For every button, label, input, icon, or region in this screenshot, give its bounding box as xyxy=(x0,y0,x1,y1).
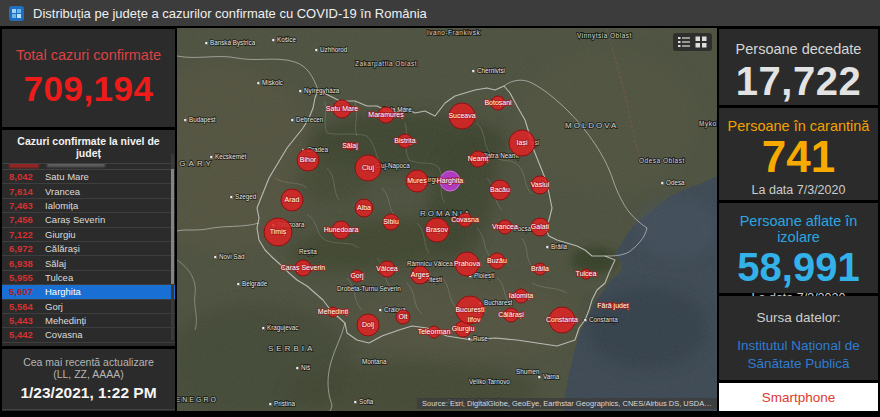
county-value: 5,564 xyxy=(9,301,45,312)
county-bubble-label-tulcea: Tulcea xyxy=(576,270,597,277)
city-marker-odesa xyxy=(661,182,664,185)
county-value: 2,052 xyxy=(9,344,45,346)
city-marker-ko-ice xyxy=(272,39,275,42)
county-row-c-l-ra-i[interactable]: 6,972Călărași xyxy=(2,242,175,256)
city-label-ni: Niš xyxy=(301,364,310,371)
city-label-drobeta-turnu-severin: Drobeta-Turnu Severin xyxy=(337,285,401,292)
county-bubble-label-gorj: Gorj xyxy=(350,272,364,280)
county-bubble-label-bucure-ti: București xyxy=(455,306,485,314)
region-label-odesa-oblast: Odesa Oblast xyxy=(639,157,685,164)
county-bubble-label-olt: Olt xyxy=(399,313,408,320)
county-row-cara-severin[interactable]: 7,456Caraș Severin xyxy=(2,213,175,227)
city-marker-sofia xyxy=(354,401,357,404)
city-label-ploie-ti: Ploiești xyxy=(474,272,494,280)
county-bubble-label-br-ila: Brăila xyxy=(531,265,549,272)
county-bubble-label-vrancea: Vrancea xyxy=(492,223,518,230)
county-bubble-label-maramure: Maramureș xyxy=(368,111,404,119)
county-bubble-label-mure: Mureș xyxy=(407,177,427,185)
legend-icon[interactable] xyxy=(678,36,690,48)
deceased-label: Persoane decedate xyxy=(719,41,878,57)
county-row-covasna[interactable]: 5,442Covasna xyxy=(2,328,175,342)
city-marker-craiova xyxy=(379,309,382,312)
county-value: 5,607 xyxy=(9,286,45,297)
county-bubble-label-harghita: Harghita xyxy=(437,177,464,185)
map[interactable]: HUNGARYSERBIAMOLDOVAROMANIABULGARIAMONTE… xyxy=(177,28,717,411)
county-row-s-laj[interactable]: 6,938Sălaj xyxy=(2,256,175,270)
smartphone-button[interactable]: Smartphone xyxy=(762,390,836,405)
county-bubble-label-gala-i: Galați xyxy=(531,223,550,231)
city-label-ny-regyh-za: Nyíregyháza xyxy=(304,87,340,95)
region-label-serbia: SERBIA xyxy=(268,344,315,353)
county-bubble-label-mehedin-i: Mehedinți xyxy=(318,308,349,316)
data-source-link[interactable]: Institutul Național de Sănătate Publică xyxy=(719,337,878,373)
county-row-f-r-jude[interactable]: 2,052Fără județ xyxy=(2,343,175,346)
county-bubble-label-f-r-jude: Fără județ xyxy=(597,302,629,310)
county-list[interactable]: 8,042Satu Mare7,614Vrancea7,463Ialomița7… xyxy=(2,170,175,346)
county-bubble-label-cara-severin: Caraș Severin xyxy=(281,264,325,272)
city-marker-kragujevac xyxy=(262,327,265,330)
county-row-mehedin-i[interactable]: 5,443Mehedinți xyxy=(2,314,175,328)
county-bubble-label-covasna: Covasna xyxy=(451,216,479,223)
county-bubble-label-sibiu: Sibiu xyxy=(383,218,399,225)
county-bubble-label-bihor: Bihor xyxy=(300,156,317,163)
county-name: Giurgiu xyxy=(45,229,76,240)
city-label-novi-sad: Novi Sad xyxy=(219,253,245,260)
list-scrollbar[interactable] xyxy=(171,154,174,340)
city-label-sofia: Sofia xyxy=(359,398,374,405)
county-bubble-label-constan-a: Constanța xyxy=(546,316,578,324)
county-value: 7,614 xyxy=(9,186,45,197)
county-bubble-label-suceava: Suceava xyxy=(448,112,475,119)
city-label-szeged: Szeged xyxy=(235,193,257,201)
county-list-title: Cazuri confirmate la nivel de județ xyxy=(2,130,175,164)
county-name: Harghita xyxy=(45,286,81,297)
county-bubble-label-alba: Alba xyxy=(357,204,371,211)
region-label-moldova: MOLDOVA xyxy=(565,121,618,130)
list-scrollbar-thumb[interactable] xyxy=(171,169,174,284)
quarantine-value: 741 xyxy=(719,134,878,180)
county-bubble-label-s-laj: Sălaj xyxy=(342,142,358,150)
isolation-value: 58,991 xyxy=(719,246,878,288)
county-bubble-label-boto-ani: Botoșani xyxy=(484,99,512,107)
city-marker-debrecen xyxy=(291,119,294,122)
last-update-format: (LL, ZZ, AAAA) xyxy=(2,368,175,380)
city-marker-pristina xyxy=(269,403,272,406)
city-label-miskolc: Miskolc xyxy=(262,79,283,86)
county-row-giurgiu[interactable]: 7,122Giurgiu xyxy=(2,228,175,242)
total-confirmed-value: 709,194 xyxy=(23,69,153,109)
city-label-pristina: Pristina xyxy=(274,400,295,407)
county-row-satu-mare[interactable]: 8,042Satu Mare xyxy=(2,170,175,184)
county-row-tulcea[interactable]: 5,955Tulcea xyxy=(2,271,175,285)
county-row-ialomi-a[interactable]: 7,463Ialomița xyxy=(2,199,175,213)
county-bubble-label-vaslui: Vaslui xyxy=(531,181,550,188)
region-label-zakarpattia-oblast: Zakarpattia Oblast xyxy=(355,60,417,68)
app-header: Distribuția pe județe a cazurilor confir… xyxy=(0,0,880,26)
county-row-vrancea[interactable]: 7,614Vrancea xyxy=(2,184,175,198)
county-bubble-label-dolj: Dolj xyxy=(362,321,375,329)
dashboard-root: { "header": { "title": "Distribuția pe j… xyxy=(0,0,880,417)
data-source-label: Sursa datelor: xyxy=(719,310,878,325)
city-marker-szeged xyxy=(230,196,233,199)
county-name: Mehedinți xyxy=(45,315,86,326)
basemap-grid-icon[interactable] xyxy=(695,36,707,48)
region-label-montenegro: MONTENEGRO xyxy=(177,396,218,403)
county-bubble-label-v-lcea: Vâlcea xyxy=(376,265,398,272)
city-marker-belgrade xyxy=(237,283,240,286)
county-row-harghita[interactable]: 5,607Harghita xyxy=(2,285,175,299)
total-confirmed-label: Total cazuri confirmate xyxy=(16,47,161,63)
county-bubble-label-ialomi-a: Ialomița xyxy=(509,292,534,300)
city-label-varna: Varna xyxy=(543,373,560,380)
county-value: 6,972 xyxy=(9,243,45,254)
city-label-uzhhorod: Uzhhorod xyxy=(320,46,348,53)
county-row-gorj[interactable]: 5,564Gorj xyxy=(2,300,175,314)
app-title: Distribuția pe județe a cazurilor confir… xyxy=(33,6,427,21)
county-value: 5,443 xyxy=(9,315,45,326)
city-marker-ny-regyh-za xyxy=(299,90,302,93)
county-name: Satu Mare xyxy=(45,171,89,182)
map-canvas[interactable]: HUNGARYSERBIAMOLDOVAROMANIABULGARIAMONTE… xyxy=(177,28,717,411)
panel-divider xyxy=(2,409,175,410)
county-bubble-label-neam: Neamț xyxy=(468,155,489,163)
city-label-br-ila: Brăila xyxy=(551,243,568,250)
county-name: Gorj xyxy=(45,301,63,312)
city-marker-chernivtsi xyxy=(472,70,475,73)
quarantine-panel: Persoane în carantină 741 La data 7/3/20… xyxy=(719,108,878,200)
